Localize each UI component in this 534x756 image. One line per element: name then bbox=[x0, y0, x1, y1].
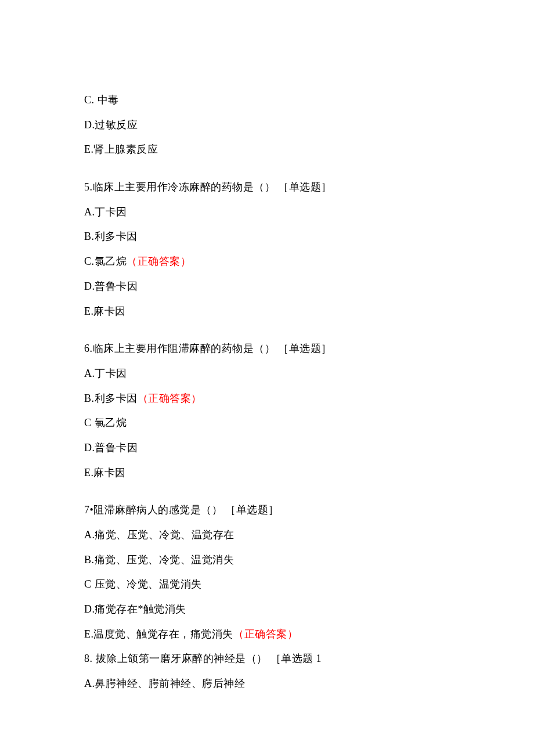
spacer bbox=[84, 490, 450, 503]
q5-option-a: A.丁卡因 bbox=[84, 205, 450, 219]
q7-correct-label: （正确答案） bbox=[233, 628, 298, 640]
q5-correct-label: （正确答案） bbox=[127, 255, 191, 267]
q4-option-c: C. 中毒 bbox=[84, 93, 450, 107]
q5-option-d: D.普鲁卡因 bbox=[84, 279, 450, 294]
q7-option-e-text: E.温度觉、触觉存在，痛觉消失 bbox=[84, 628, 233, 640]
q4-option-d: D.过敏反应 bbox=[84, 118, 450, 132]
q6-option-a: A.丁卡因 bbox=[84, 366, 450, 381]
q4-option-e: E.肾上腺素反应 bbox=[84, 142, 450, 157]
q6-correct-label: （正确答案） bbox=[138, 393, 202, 404]
q6-option-b: B.利多卡因（正确答案） bbox=[84, 391, 450, 406]
spacer bbox=[84, 167, 450, 180]
q8-stem: 8. 拔除上颌第一磨牙麻醉的神经是（） ［单选题 1 bbox=[84, 651, 450, 666]
spacer bbox=[84, 329, 450, 341]
q8-option-a: A.鼻腭神经、腭前神经、腭后神经 bbox=[84, 676, 450, 691]
q5-option-c-text: C.氯乙烷 bbox=[84, 255, 127, 267]
q6-stem: 6.临床上主要用作阻滞麻醉的药物是（） ［单选题］ bbox=[84, 341, 450, 356]
q7-stem: 7•阻滞麻醉病人的感觉是（） ［单选题］ bbox=[84, 503, 450, 517]
q5-option-b: B.利多卡因 bbox=[84, 229, 450, 244]
q7-option-a: A.痛觉、压觉、冷觉、温觉存在 bbox=[84, 528, 450, 542]
q7-option-e: E.温度觉、触觉存在，痛觉消失（正确答案） bbox=[84, 627, 450, 642]
q6-option-d: D.普鲁卡因 bbox=[84, 441, 450, 455]
q7-option-d: D.痛觉存在*触觉消失 bbox=[84, 602, 450, 617]
q5-option-c: C.氯乙烷（正确答案） bbox=[84, 254, 450, 269]
q6-option-e: E.麻卡因 bbox=[84, 466, 450, 480]
q7-option-c: C 压觉、冷觉、温觉消失 bbox=[84, 577, 450, 592]
q6-option-c: C 氯乙烷 bbox=[84, 416, 450, 430]
q5-option-e: E.麻卡因 bbox=[84, 304, 450, 319]
q7-option-b: B.痛觉、压觉、冷觉、温觉消失 bbox=[84, 553, 450, 567]
q5-stem: 5.临床上主要用作冷冻麻醉的药物是（） ［单选题］ bbox=[84, 180, 450, 195]
q6-option-b-text: B.利多卡因 bbox=[84, 393, 138, 404]
